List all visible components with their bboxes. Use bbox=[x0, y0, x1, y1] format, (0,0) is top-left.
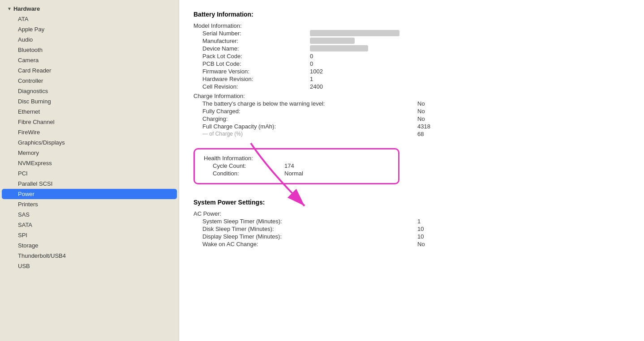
battery-warning-row: The battery's charge is below the warnin… bbox=[193, 100, 630, 107]
serial-number-value bbox=[310, 30, 399, 36]
wake-on-ac-value: No bbox=[417, 241, 425, 247]
fully-charged-row: Fully Charged: No bbox=[193, 108, 630, 115]
sidebar-item-power[interactable]: Power bbox=[2, 189, 177, 199]
pcb-lot-code-label: PCB Lot Code: bbox=[193, 60, 310, 67]
sidebar-item-audio[interactable]: Audio bbox=[2, 34, 177, 45]
sidebar-item-apple-pay[interactable]: Apple Pay bbox=[2, 24, 177, 34]
sidebar-item-controller[interactable]: Controller bbox=[2, 76, 177, 86]
display-sleep-value: 10 bbox=[417, 233, 424, 240]
pack-lot-code-label: Pack Lot Code: bbox=[193, 53, 310, 60]
pack-lot-code-value: 0 bbox=[310, 53, 313, 60]
health-info-box: Health Information: Cycle Count: 174 Con… bbox=[193, 148, 399, 184]
cell-revision-row: Cell Revision: 2400 bbox=[193, 83, 630, 90]
sidebar-item-printers[interactable]: Printers bbox=[2, 199, 177, 209]
cycle-of-charge-value: 68 bbox=[417, 131, 424, 137]
pcb-lot-code-row: PCB Lot Code: 0 bbox=[193, 60, 630, 67]
battery-section: Battery Information: Model Information: … bbox=[193, 11, 630, 137]
cycle-of-charge-label: — of Charge (%) bbox=[193, 131, 417, 137]
ac-power-label: AC Power: bbox=[193, 210, 310, 217]
disk-sleep-value: 10 bbox=[417, 226, 424, 232]
display-sleep-row: Display Sleep Timer (Minutes): 10 bbox=[193, 233, 630, 240]
pcb-lot-code-value: 0 bbox=[310, 60, 313, 67]
hardware-revision-row: Hardware Revision: 1 bbox=[193, 76, 630, 82]
sidebar-item-memory[interactable]: Memory bbox=[2, 148, 177, 158]
model-info-label: Model Information: bbox=[193, 22, 310, 29]
charging-label: Charging: bbox=[193, 115, 417, 122]
cycle-count-label: Cycle Count: bbox=[204, 162, 284, 169]
health-info-label: Health Information: bbox=[204, 155, 320, 162]
full-charge-capacity-value: 4318 bbox=[417, 123, 430, 130]
cell-revision-value: 2400 bbox=[310, 83, 323, 90]
sidebar-item-pci[interactable]: PCI bbox=[2, 168, 177, 179]
battery-warning-label: The battery's charge is below the warnin… bbox=[193, 100, 417, 107]
cycle-of-charge-row: — of Charge (%) 68 bbox=[193, 131, 630, 137]
wake-on-ac-row: Wake on AC Change: No bbox=[193, 241, 630, 247]
disk-sleep-label: Disk Sleep Timer (Minutes): bbox=[193, 226, 417, 232]
fully-charged-label: Fully Charged: bbox=[193, 108, 417, 115]
manufacturer-value bbox=[310, 38, 355, 44]
system-sleep-value: 1 bbox=[417, 218, 421, 225]
sidebar-section-title: Hardware bbox=[13, 5, 40, 12]
hardware-revision-value: 1 bbox=[310, 76, 313, 82]
sidebar-item-sata[interactable]: SATA bbox=[2, 220, 177, 230]
battery-warning-value: No bbox=[417, 100, 425, 107]
sidebar-item-ethernet[interactable]: Ethernet bbox=[2, 107, 177, 117]
battery-section-title: Battery Information: bbox=[193, 11, 630, 18]
serial-number-label: Serial Number: bbox=[193, 30, 310, 37]
condition-row: Condition: Normal bbox=[204, 170, 389, 177]
sidebar: ▼ Hardware ATAApple PayAudioBluetoothCam… bbox=[0, 0, 179, 341]
sidebar-item-diagnostics[interactable]: Diagnostics bbox=[2, 86, 177, 96]
sidebar-item-parallel-scsi[interactable]: Parallel SCSI bbox=[2, 179, 177, 189]
condition-label: Condition: bbox=[204, 170, 284, 177]
sidebar-item-usb[interactable]: USB bbox=[2, 261, 177, 271]
main-content: Battery Information: Model Information: … bbox=[179, 0, 644, 341]
sidebar-item-ata[interactable]: ATA bbox=[2, 14, 177, 24]
fully-charged-value: No bbox=[417, 108, 425, 115]
system-power-section: System Power Settings: AC Power: System … bbox=[193, 199, 630, 247]
system-sleep-label: System Sleep Timer (Minutes): bbox=[193, 218, 417, 225]
cycle-count-row: Cycle Count: 174 bbox=[204, 162, 389, 169]
disk-sleep-row: Disk Sleep Timer (Minutes): 10 bbox=[193, 226, 630, 232]
full-charge-capacity-label: Full Charge Capacity (mAh): bbox=[193, 123, 417, 130]
sidebar-item-storage[interactable]: Storage bbox=[2, 240, 177, 251]
sidebar-item-disc-burning[interactable]: Disc Burning bbox=[2, 96, 177, 107]
device-name-label: Device Name: bbox=[193, 45, 310, 52]
wake-on-ac-label: Wake on AC Change: bbox=[193, 241, 417, 247]
device-name-row: Device Name: bbox=[193, 45, 630, 52]
chevron-down-icon: ▼ bbox=[7, 6, 12, 11]
full-charge-capacity-row: Full Charge Capacity (mAh): 4318 bbox=[193, 123, 630, 130]
cycle-count-value: 174 bbox=[284, 162, 294, 169]
sidebar-item-firewire[interactable]: FireWire bbox=[2, 127, 177, 137]
serial-number-row: Serial Number: bbox=[193, 30, 630, 37]
charging-row: Charging: No bbox=[193, 115, 630, 122]
manufacturer-label: Manufacturer: bbox=[193, 38, 310, 44]
sidebar-item-thunderbolt-usb4[interactable]: Thunderbolt/USB4 bbox=[2, 251, 177, 261]
sidebar-item-spi[interactable]: SPI bbox=[2, 230, 177, 240]
health-info-header-row: Health Information: bbox=[204, 155, 389, 162]
sidebar-item-card-reader[interactable]: Card Reader bbox=[2, 65, 177, 76]
charging-value: No bbox=[417, 115, 425, 122]
sidebar-item-bluetooth[interactable]: Bluetooth bbox=[2, 45, 177, 55]
firmware-version-label: Firmware Version: bbox=[193, 68, 310, 75]
sidebar-hardware-header[interactable]: ▼ Hardware bbox=[0, 4, 179, 14]
manufacturer-row: Manufacturer: bbox=[193, 38, 630, 44]
system-power-title: System Power Settings: bbox=[193, 199, 630, 206]
ac-power-row: AC Power: bbox=[193, 210, 630, 217]
firmware-version-row: Firmware Version: 1002 bbox=[193, 68, 630, 75]
sidebar-item-nvmexpress[interactable]: NVMExpress bbox=[2, 158, 177, 168]
charge-info-label: Charge Information: bbox=[193, 93, 310, 99]
device-name-value bbox=[310, 45, 368, 51]
cell-revision-label: Cell Revision: bbox=[193, 83, 310, 90]
sidebar-item-sas[interactable]: SAS bbox=[2, 209, 177, 220]
sidebar-item-camera[interactable]: Camera bbox=[2, 55, 177, 65]
display-sleep-label: Display Sleep Timer (Minutes): bbox=[193, 233, 417, 240]
firmware-version-value: 1002 bbox=[310, 68, 323, 75]
system-sleep-row: System Sleep Timer (Minutes): 1 bbox=[193, 218, 630, 225]
sidebar-item-graphics-displays[interactable]: Graphics/Displays bbox=[2, 137, 177, 148]
hardware-revision-label: Hardware Revision: bbox=[193, 76, 310, 82]
charge-info-row: Charge Information: bbox=[193, 93, 630, 99]
pack-lot-code-row: Pack Lot Code: 0 bbox=[193, 53, 630, 60]
model-info-row: Model Information: bbox=[193, 22, 630, 29]
condition-value: Normal bbox=[284, 170, 303, 177]
sidebar-item-fibre-channel[interactable]: Fibre Channel bbox=[2, 117, 177, 127]
